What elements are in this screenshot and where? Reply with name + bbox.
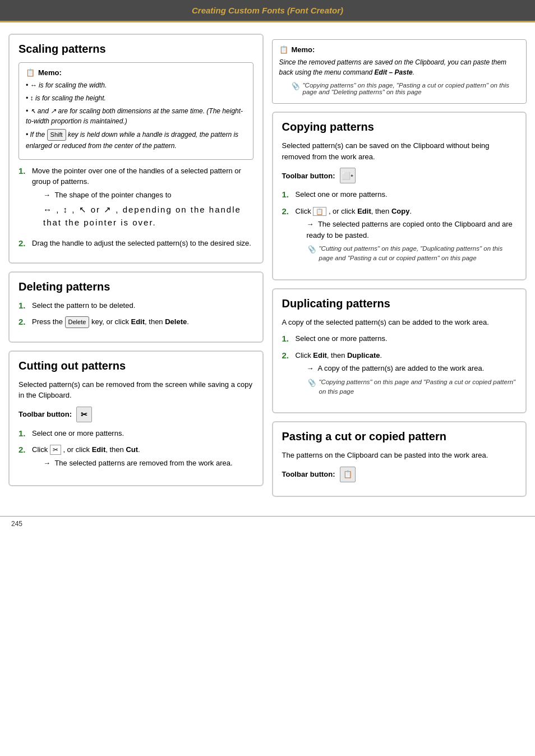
cut-text: Cut (126, 445, 138, 454)
shift-key-badge: Shift (47, 129, 66, 141)
page-footer: 245 (0, 516, 535, 531)
cutting-step-2-text: Click ✂ , or click Edit, then Cut. → The… (32, 444, 253, 472)
step-number-2: 2. (19, 238, 29, 248)
copying-title: Copying patterns (282, 121, 517, 133)
cutting-arrow-symbol: → (43, 459, 50, 467)
deleting-step-1-text: Select the pattern to be deleted. (32, 300, 253, 311)
copying-step-2-text: Click 📋 , or click Edit, then Copy. → Th… (296, 206, 517, 266)
scaling-memo-box: 📋 Memo: • ↔ is for scaling the width. • … (19, 62, 253, 160)
scaling-memo-item-3: • ↖ and ↗ are for scaling both dimension… (26, 106, 246, 126)
right-column: 📋 Memo: Since the removed patterns are s… (272, 34, 527, 505)
pasting-toolbar-text: Toolbar button: (282, 470, 335, 478)
pasting-toolbar-icon: 📋 (340, 467, 356, 482)
scaling-memo-item-2: • ↕ is for scaling the height. (26, 93, 246, 103)
copying-arrow-symbol: → (307, 220, 314, 228)
cursor-symbols: ↔ , ↕ , ↖ or ↗ , depending on the handle… (43, 204, 253, 229)
header-title: Creating Custom Fonts (Font Creator) (192, 6, 343, 15)
cut-icon-inline: ✂ (50, 445, 61, 455)
duplicating-arrow-symbol: → (307, 364, 314, 372)
duplicating-step-1: 1. Select one or more patterns. (282, 333, 517, 344)
top-memo-text: Since the removed patterns are saved on … (279, 57, 520, 77)
top-memo-ref-text: "Copying patterns" on this page, "Pastin… (303, 82, 520, 95)
scaling-memo-item-4: • If the Shift key is held down while a … (26, 129, 246, 151)
section-copying: Copying patterns Selected pattern(s) can… (272, 112, 527, 280)
top-memo-title: 📋 Memo: (279, 45, 520, 54)
edit-text-cut: Edit (92, 445, 106, 454)
duplicate-text: Duplicate (347, 351, 380, 359)
copying-ref-text: "Cutting out patterns" on this page, "Du… (319, 244, 517, 264)
cutting-title: Cutting out patterns (19, 359, 253, 372)
copying-toolbar-icon: ⬜+ (340, 168, 356, 183)
ref-icon-1: 📎 (290, 82, 299, 90)
deleting-title: Deleting patterns (19, 280, 253, 293)
copying-toolbar-label: Toolbar button: ⬜+ (282, 168, 517, 183)
scaling-memo-item-1: • ↔ is for scaling the width. (26, 80, 246, 90)
left-column: Scaling patterns 📋 Memo: • ↔ is for scal… (8, 34, 264, 505)
delete-key-badge: Delete (65, 316, 90, 328)
cutting-step-number-1: 1. (19, 428, 29, 438)
copying-step-2: 2. Click 📋 , or click Edit, then Copy. →… (282, 206, 517, 266)
duplicating-step-2: 2. Click Edit, then Duplicate. → A copy … (282, 350, 517, 399)
copying-step-1: 1. Select one or more patterns. (282, 189, 517, 200)
deleting-step-1: 1. Select the pattern to be deleted. (19, 300, 253, 311)
deleting-step-number-2: 2. (19, 317, 29, 326)
cutting-step-1: 1. Select one or more patterns. (19, 428, 253, 439)
deleting-step-2-text: Press the Delete key, or click Edit, the… (32, 316, 253, 328)
edit-text-del: Edit (131, 317, 145, 326)
scaling-step-1: 1. Move the pointer over one of the hand… (19, 165, 253, 233)
cutting-arrow: → The selected patterns are removed from… (43, 458, 253, 469)
edit-text-copy: Edit (357, 207, 371, 215)
page-number: 245 (11, 520, 22, 528)
duplicating-arrow: → A copy of the pattern(s) are added to … (307, 363, 517, 374)
duplicating-step-1-text: Select one or more patterns. (296, 333, 517, 344)
deleting-step-2: 2. Press the Delete key, or click Edit, … (19, 316, 253, 328)
copying-ref: 📎 "Cutting out patterns" on this page, "… (307, 244, 517, 264)
copy-icon-inline: 📋 (313, 207, 326, 216)
step-number-1: 1. (19, 166, 29, 176)
copying-toolbar-text: Toolbar button: (282, 172, 335, 180)
duplicating-ref-text: "Copying patterns" on this page and "Pas… (319, 377, 517, 397)
pasting-intro: The patterns on the Clipboard can be pas… (282, 450, 517, 461)
copying-intro: Selected pattern(s) can be saved on the … (282, 140, 517, 162)
section-deleting: Deleting patterns 1. Select the pattern … (8, 271, 264, 343)
cutting-step-1-text: Select one or more patterns. (32, 428, 253, 439)
cutting-toolbar-text: Toolbar button: (19, 410, 72, 418)
duplicating-step-number-2: 2. (282, 351, 292, 360)
top-memo-ref: 📎 "Copying patterns" on this page, "Past… (290, 82, 520, 95)
scaling-step-2: 2. Drag the handle to adjust the selecte… (19, 238, 253, 249)
ref-icon-3: 📎 (307, 377, 316, 389)
scaling-step-1-text: Move the pointer over one of the handles… (32, 165, 253, 233)
duplicating-ref: 📎 "Copying patterns" on this page and "P… (307, 377, 517, 397)
duplicating-step-number-1: 1. (282, 334, 292, 343)
scaling-step-2-text: Drag the handle to adjust the selected p… (32, 238, 253, 249)
section-duplicating: Duplicating patterns A copy of the selec… (272, 288, 527, 414)
copy-text: Copy (391, 207, 410, 215)
memo-icon-scaling: 📋 (26, 68, 35, 77)
pasting-toolbar-label: Toolbar button: 📋 (282, 467, 517, 482)
pasting-title: Pasting a cut or copied pattern (282, 430, 517, 443)
section-cutting: Cutting out patterns Selected pattern(s)… (8, 351, 264, 487)
page-header: Creating Custom Fonts (Font Creator) (0, 0, 535, 21)
cutting-toolbar-icon: ✂ (76, 407, 92, 422)
copying-step-1-text: Select one or more patterns. (296, 189, 517, 200)
main-content: Scaling patterns 📋 Memo: • ↔ is for scal… (0, 28, 535, 510)
deleting-step-number-1: 1. (19, 301, 29, 310)
cutting-step-number-2: 2. (19, 445, 29, 454)
arrow-symbol-1: → (43, 191, 50, 199)
top-memo-box: 📋 Memo: Since the removed patterns are s… (272, 39, 527, 104)
cutting-intro: Selected pattern(s) can be removed from … (19, 379, 253, 401)
ref-icon-2: 📎 (307, 244, 316, 255)
edit-text-dup: Edit (313, 351, 327, 359)
duplicating-step-2-text: Click Edit, then Duplicate. → A copy of … (296, 350, 517, 399)
copying-step-number-1: 1. (282, 190, 292, 199)
scaling-memo-title: 📋 Memo: (26, 68, 246, 77)
cutting-toolbar-label: Toolbar button: ✂ (19, 407, 253, 422)
section-scaling: Scaling patterns 📋 Memo: • ↔ is for scal… (8, 34, 264, 264)
duplicating-intro: A copy of the selected pattern(s) can be… (282, 317, 517, 328)
scaling-title: Scaling patterns (19, 43, 253, 56)
duplicating-title: Duplicating patterns (282, 297, 517, 310)
copying-step-number-2: 2. (282, 206, 292, 216)
copying-arrow: → The selected patterns are copied onto … (307, 219, 517, 241)
top-memo-icon: 📋 (279, 45, 288, 54)
scaling-arrow-1: → The shape of the pointer changes to (43, 190, 253, 201)
